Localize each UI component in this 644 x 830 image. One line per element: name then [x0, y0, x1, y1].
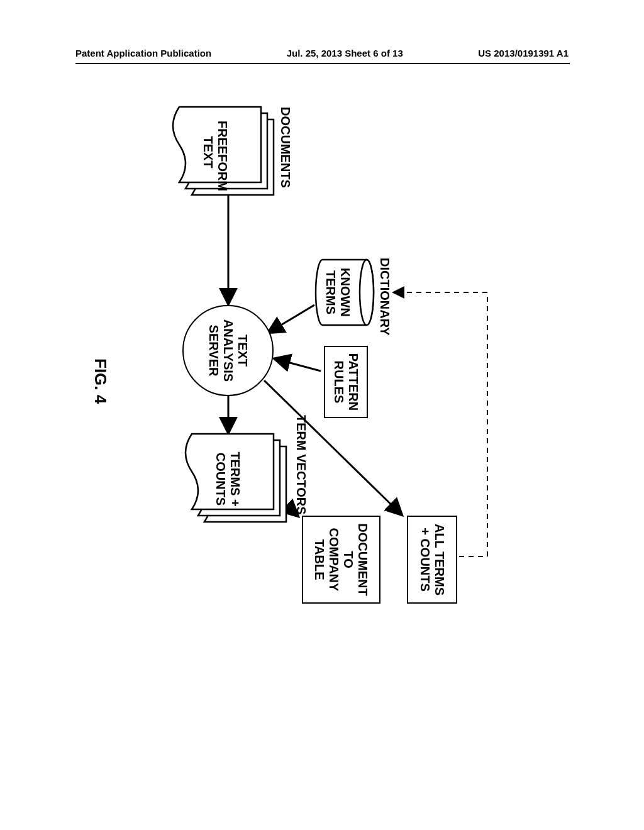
figure-diagram: DOCUMENTS FREEFORM TEXT DICTIONARY KNOWN…: [28, 163, 594, 604]
documents-label: DOCUMENTS: [278, 107, 292, 188]
header-left: Patent Application Publication: [75, 48, 211, 58]
documents-stack: FREEFORM TEXT: [176, 107, 274, 192]
header-rule: [75, 63, 570, 64]
freeform-text-node: FREEFORM TEXT: [201, 121, 230, 184]
term-vectors-stack: TERMS + COUNTS: [189, 434, 286, 519]
header-center: Jul. 25, 2013 Sheet 6 of 13: [287, 48, 403, 58]
header-right: US 2013/0191391 A1: [478, 48, 569, 58]
all-terms-counts-node: ALL TERMS + COUNTS: [407, 516, 457, 604]
terms-counts-node: TERMS + COUNTS: [213, 448, 242, 511]
known-terms-node: KNOWN TERMS: [323, 267, 352, 318]
figure-label: FIG. 4: [91, 358, 110, 404]
svg-line-2: [274, 358, 321, 371]
svg-line-1: [267, 305, 314, 333]
known-terms-cylinder: KNOWN TERMS: [314, 258, 374, 327]
dictionary-label: DICTIONARY: [377, 258, 392, 336]
svg-point-7: [360, 260, 374, 325]
text-analysis-server-node: TEXT ANALYSIS SERVER: [182, 305, 274, 396]
page-header: Patent Application Publication Jul. 25, …: [0, 48, 644, 58]
term-vectors-label: TERM VECTORS: [294, 415, 308, 515]
pattern-rules-node: PATTERN RULES: [324, 346, 368, 418]
doc-to-company-table-node: DOCUMENT TO COMPANY TABLE: [302, 516, 380, 604]
